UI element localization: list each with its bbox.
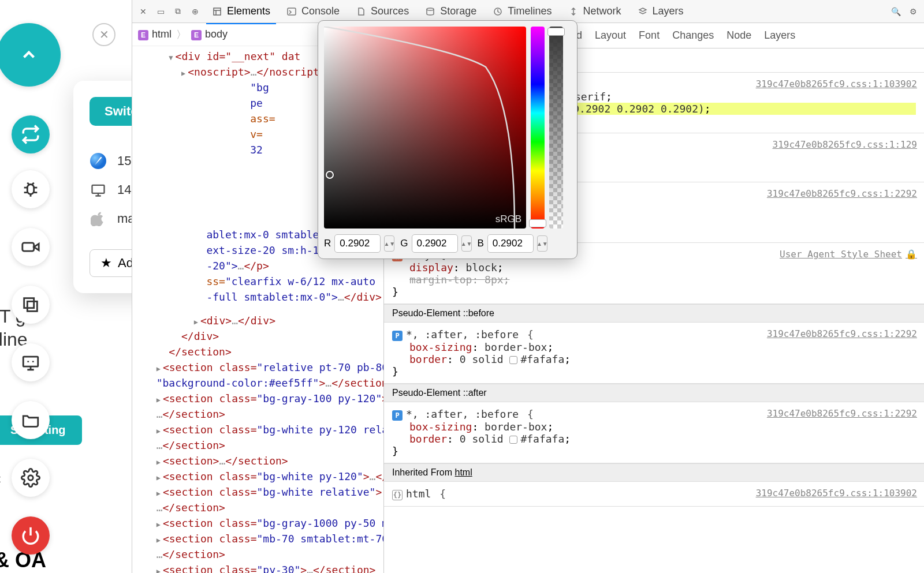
close-session-button[interactable]: ✕: [92, 23, 116, 46]
stab-layout[interactable]: Layout: [595, 29, 626, 42]
sv-cursor[interactable]: [326, 171, 334, 179]
alpha-thumb[interactable]: [547, 28, 565, 36]
svg-rect-1: [23, 243, 34, 251]
rule-source-link[interactable]: 319c47e0b8265fc9.css:1:2292: [767, 188, 917, 199]
tab-layers[interactable]: Layers: [629, 2, 692, 21]
browser-version: 15: [117, 153, 131, 168]
inherited-header: Inherited From html: [384, 463, 924, 482]
dock-side-button[interactable]: ▭: [152, 3, 169, 20]
tab-layers-label: Layers: [653, 5, 684, 17]
dock-icon: ▭: [157, 7, 165, 16]
tab-console-label: Console: [301, 5, 340, 17]
g-label: G: [400, 238, 408, 249]
tab-network-label: Network: [583, 5, 621, 17]
rule-pseudo-after[interactable]: 319c47e0b8265fc9.css:1:2292 P*, :after, …: [384, 402, 924, 463]
screenshot-button[interactable]: [12, 286, 50, 324]
chevron-right-icon: 〉: [176, 28, 187, 42]
safari-icon: [90, 152, 107, 170]
rule-inherited-html[interactable]: 319c47e0b8265fc9.css:1:103902 {}html {: [384, 482, 924, 507]
hue-thumb[interactable]: [529, 219, 546, 227]
dock-bottom-button[interactable]: ⧉: [169, 3, 187, 20]
devtools-button[interactable]: [12, 170, 50, 208]
pseudo-after-header: Pseudo-Element ::after: [384, 384, 924, 402]
tab-console[interactable]: Console: [278, 2, 348, 21]
hue-slider[interactable]: [531, 27, 545, 229]
svg-rect-8: [92, 185, 105, 193]
resolution-button[interactable]: [12, 343, 50, 381]
stab-font[interactable]: Font: [639, 29, 660, 42]
tab-elements[interactable]: Elements: [204, 2, 278, 21]
gear-icon: [21, 468, 40, 488]
search-button[interactable]: 🔍: [887, 3, 904, 20]
r-input[interactable]: [334, 234, 381, 253]
tab-storage-label: Storage: [440, 5, 476, 17]
b-input[interactable]: [487, 234, 534, 253]
dock-bottom-icon: ⧉: [175, 6, 181, 16]
stab-layers[interactable]: Layers: [764, 29, 795, 42]
r-stepper[interactable]: ▲▼: [384, 235, 394, 252]
power-icon: [21, 526, 40, 545]
crumb-body[interactable]: Ebody: [191, 28, 228, 40]
switch-browser-button[interactable]: [12, 115, 50, 153]
close-icon: ✕: [99, 28, 109, 42]
rule-source-link[interactable]: 319c47e0b8265fc9.css:1:103902: [756, 78, 917, 89]
inspect-element-button[interactable]: ⊕: [187, 3, 204, 20]
star-icon: ★: [100, 256, 112, 271]
saturation-value-field[interactable]: sRGB: [324, 27, 526, 229]
g-input[interactable]: [412, 234, 458, 253]
svg-rect-9: [214, 8, 221, 15]
b-field[interactable]: B ▲▼: [478, 234, 547, 253]
pseudo-before-header: Pseudo-Element ::before: [384, 304, 924, 323]
storage-icon: [425, 6, 435, 17]
tab-timelines[interactable]: Timelines: [485, 2, 560, 21]
copy-icon: [21, 295, 40, 314]
folder-icon: [21, 410, 40, 430]
tab-storage[interactable]: Storage: [417, 2, 485, 21]
apple-icon: [90, 210, 107, 227]
rule-pseudo-before[interactable]: 319c47e0b8265fc9.css:1:2292 P*, :after, …: [384, 323, 924, 384]
display-icon: [90, 181, 107, 199]
svg-rect-4: [27, 301, 37, 311]
x-icon: ✕: [140, 7, 147, 16]
files-button[interactable]: [12, 401, 50, 439]
console-icon: [286, 6, 297, 17]
bg-rt-text: rt: [0, 473, 1, 485]
tab-network[interactable]: Network: [560, 2, 629, 21]
alpha-slider[interactable]: [549, 27, 563, 229]
svg-rect-0: [27, 185, 33, 194]
color-picker-popover[interactable]: sRGB R ▲▼ G ▲▼ B ▲▼: [318, 20, 578, 259]
end-session-button[interactable]: [12, 516, 50, 555]
rule-source-link[interactable]: 319c47e0b8265fc9.css:1:2292: [767, 408, 917, 419]
video-icon: [21, 237, 40, 257]
elements-icon: [212, 6, 222, 17]
crumb-html[interactable]: Ehtml: [138, 28, 172, 40]
rule-source-link[interactable]: 319c47e0b8265fc9.css:1:129: [773, 139, 917, 150]
settings-button[interactable]: [12, 459, 50, 497]
collapse-toolbar-button[interactable]: [0, 23, 61, 87]
lock-icon: [902, 249, 917, 260]
sources-icon: [356, 6, 366, 17]
close-devtools-button[interactable]: ✕: [135, 3, 152, 20]
rule-source-link[interactable]: 319c47e0b8265fc9.css:1:103902: [756, 488, 917, 499]
tab-sources-label: Sources: [371, 5, 409, 17]
network-icon: [568, 6, 579, 17]
tab-sources[interactable]: Sources: [348, 2, 417, 21]
timelines-icon: [493, 6, 503, 17]
devtools-tabbar: ✕ ▭ ⧉ ⊕ Elements Console Sources Stor: [132, 0, 924, 23]
bug-icon: [21, 179, 40, 199]
g-field[interactable]: G ▲▼: [400, 234, 471, 253]
r-label: R: [324, 238, 331, 249]
rule-source-link[interactable]: 319c47e0b8265fc9.css:1:2292: [767, 328, 917, 339]
b-label: B: [478, 238, 484, 249]
stab-changes[interactable]: Changes: [672, 29, 714, 42]
gear-small-icon: ⚙: [910, 7, 917, 16]
record-button[interactable]: [12, 228, 50, 266]
b-stepper[interactable]: ▲▼: [537, 235, 547, 252]
svg-rect-3: [24, 298, 34, 308]
stab-node[interactable]: Node: [726, 29, 751, 42]
g-stepper[interactable]: ▲▼: [461, 235, 472, 252]
svg-marker-15: [639, 8, 646, 12]
color-inputs: R ▲▼ G ▲▼ B ▲▼: [324, 234, 571, 253]
r-field[interactable]: R ▲▼: [324, 234, 394, 253]
devtools-settings-button[interactable]: ⚙: [904, 3, 922, 20]
